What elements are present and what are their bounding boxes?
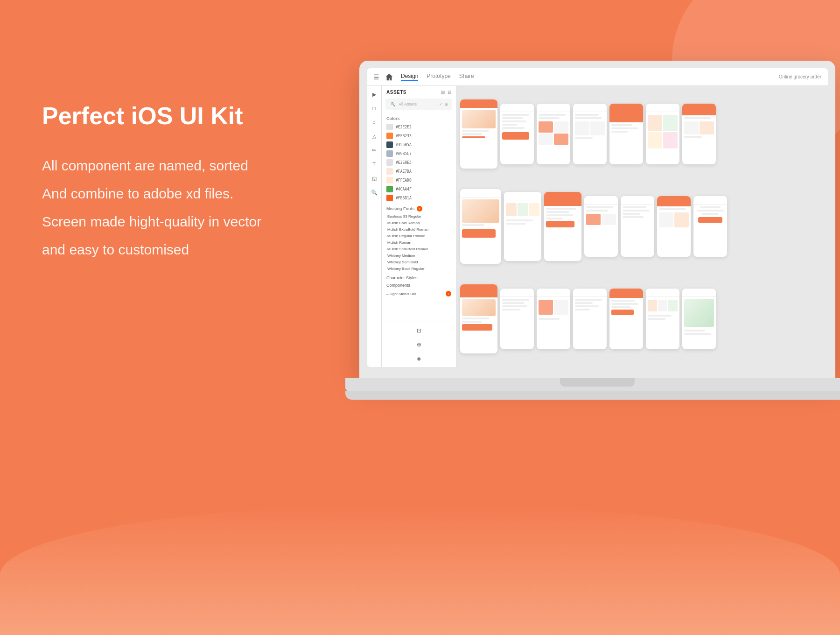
desc-line-1: All component are named, sorted xyxy=(42,152,303,180)
mock-screen-r3-3 xyxy=(537,289,570,349)
mock-screen-r1-2 xyxy=(500,104,534,164)
color-item-1: #FFB233 xyxy=(386,133,451,139)
assets-header-icons: ⊞ ⊟ xyxy=(441,90,451,95)
search-grid2-icon: ⊞ xyxy=(445,102,448,106)
mock-screen-r1-7 xyxy=(682,104,716,164)
color-swatch-0 xyxy=(386,124,393,130)
assets-content: Colors #E2E2E2 #FFB233 #35505A xyxy=(382,112,456,322)
fonts-section-title: Missing Fonts ! xyxy=(386,206,451,212)
left-toolbar: ▶ □ ○ △ ✏ T ◱ 🔍 xyxy=(367,86,382,367)
mock-screen-r2-2 xyxy=(504,192,541,261)
assets-header: ASSETS ⊞ ⊟ xyxy=(382,86,456,97)
color-label-8: #FB5D1A xyxy=(396,196,412,200)
font-item-4: Mulish Roman xyxy=(386,240,451,245)
canvas-row-1 xyxy=(460,90,824,178)
component-item-0: – Light Status Bar ! xyxy=(386,289,451,298)
mock-screen-r3-4 xyxy=(573,289,607,349)
color-label-5: #FAE7DA xyxy=(396,169,412,174)
font-item-5: Mulish SemiBold Roman xyxy=(386,247,451,251)
color-item-6: #FFEAD0 xyxy=(386,177,451,183)
mock-screen-r2-1 xyxy=(460,189,501,264)
layers-icon[interactable]: ⊡ xyxy=(414,326,424,335)
color-label-3: #A9B5C7 xyxy=(396,152,412,156)
color-label-4: #E2E0E5 xyxy=(396,161,412,165)
home-icon[interactable] xyxy=(385,73,393,81)
mock-screen-r3-1 xyxy=(460,284,497,353)
pen-tool-icon[interactable]: ✏ xyxy=(371,147,378,154)
laptop-notch xyxy=(560,378,635,387)
color-item-7: #4CAA4F xyxy=(386,186,451,192)
color-swatch-6 xyxy=(386,177,393,183)
font-item-1: Mulish Bold Roman xyxy=(386,221,451,225)
triangle-tool-icon[interactable]: △ xyxy=(371,133,378,140)
search-check-icon: ✓ xyxy=(439,102,443,106)
hamburger-icon[interactable]: ☰ xyxy=(373,73,379,81)
font-item-0: Bauhaus 93 Regular xyxy=(386,214,451,219)
color-label-7: #4CAA4F xyxy=(396,187,412,191)
color-item-3: #A9B5C7 xyxy=(386,150,451,157)
mock-screen-r1-1 xyxy=(460,99,497,169)
tab-design[interactable]: Design xyxy=(401,73,418,81)
color-label-6: #FFEAD0 xyxy=(396,178,412,183)
assets-add-icon[interactable]: ⊞ xyxy=(441,90,445,95)
mock-screen-r1-5 xyxy=(609,104,643,164)
toolbar-tabs: Design Prototype Share xyxy=(401,73,474,81)
component-badge-0: ! xyxy=(446,291,451,296)
mock-screen-r2-6 xyxy=(657,196,691,257)
color-label-2: #35505A xyxy=(396,143,412,147)
search-right-icons: ✓ ⊞ xyxy=(439,102,448,106)
search-tool-icon[interactable]: 🔍 xyxy=(371,189,378,196)
project-name: Online grocery order xyxy=(779,74,821,79)
color-item-5: #FAE7DA xyxy=(386,168,451,175)
color-item-0: #E2E2E2 xyxy=(386,124,451,130)
desc-line-2: And combine to adobe xd files. xyxy=(42,180,303,208)
screen-content: ▶ □ ○ △ ✏ T ◱ 🔍 ASSETS ⊞ ⊟ xyxy=(367,86,828,367)
mock-screen-r3-6 xyxy=(646,289,679,349)
plugins-icon[interactable]: ⊕ xyxy=(414,340,424,349)
assets-grid-icon[interactable]: ⊟ xyxy=(448,90,451,95)
mock-screen-r2-3 xyxy=(544,192,581,261)
artboard-tool-icon[interactable]: ◱ xyxy=(371,175,378,182)
colors-section-title: Colors xyxy=(386,116,451,121)
component-label-0: – Light Status Bar xyxy=(386,292,416,296)
color-label-0: #E2E2E2 xyxy=(396,125,412,129)
desc-line-4: and easy to customised xyxy=(42,236,303,264)
fonts-alert-badge: ! xyxy=(417,206,422,212)
canvas-row-3 xyxy=(460,275,824,363)
laptop-wrapper: ☰ Design Prototype Share Online grocery … xyxy=(359,61,840,574)
arrow-tool-icon[interactable]: ▶ xyxy=(371,91,378,98)
ellipse-tool-icon[interactable]: ○ xyxy=(371,119,378,126)
tab-prototype[interactable]: Prototype xyxy=(427,73,450,81)
mock-screen-r1-3 xyxy=(537,104,570,164)
assets-panel: ASSETS ⊞ ⊟ 🔍 All Assets ✓ ⊞ xyxy=(382,86,456,367)
color-item-8: #FB5D1A xyxy=(386,195,451,201)
assets-icon[interactable]: ◈ xyxy=(414,354,424,363)
font-item-8: Whitney Book Regular xyxy=(386,267,451,271)
mock-screen-r3-7 xyxy=(682,289,716,349)
canvas-area xyxy=(456,86,828,367)
description: All component are named, sorted And comb… xyxy=(42,152,303,264)
font-item-6: Whitney Medium xyxy=(386,254,451,258)
font-item-2: Mulish ExtraBold Roman xyxy=(386,227,451,232)
color-swatch-4 xyxy=(386,159,393,166)
assets-title: ASSETS xyxy=(386,90,406,95)
color-item-4: #E2E0E5 xyxy=(386,159,451,166)
color-swatch-1 xyxy=(386,133,393,139)
laptop-screen: ☰ Design Prototype Share Online grocery … xyxy=(367,68,828,367)
color-swatch-3 xyxy=(386,150,393,157)
font-item-3: Mulish Regular Roman xyxy=(386,234,451,238)
mock-screen-r2-5 xyxy=(621,196,654,257)
assets-search-bar[interactable]: 🔍 All Assets ✓ ⊞ xyxy=(385,99,452,110)
tab-share[interactable]: Share xyxy=(459,73,474,81)
mock-screen-r3-5 xyxy=(609,289,643,349)
mock-screen-r2-4 xyxy=(584,196,618,257)
color-swatch-5 xyxy=(386,168,393,175)
search-icon-small: 🔍 xyxy=(389,100,397,108)
canvas-row-2 xyxy=(460,182,824,271)
main-title: Perfect iOS UI Kit xyxy=(42,103,303,129)
select-tool-icon[interactable]: □ xyxy=(371,105,378,112)
color-item-2: #35505A xyxy=(386,141,451,148)
char-styles-title: Character Styles xyxy=(386,275,451,280)
type-tool-icon[interactable]: T xyxy=(371,161,378,168)
mock-screen-r1-6 xyxy=(646,104,679,164)
